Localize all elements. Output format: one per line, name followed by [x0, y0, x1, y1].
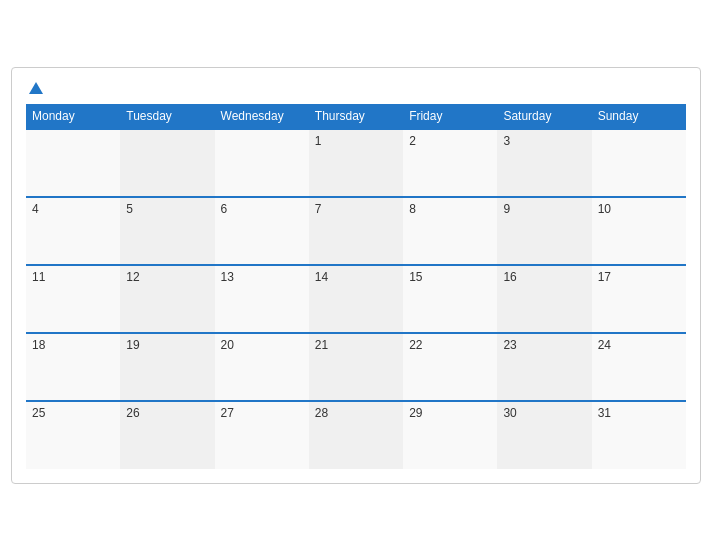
weekday-header-thursday: Thursday: [309, 104, 403, 129]
calendar-day-cell: 18: [26, 333, 120, 401]
calendar-week-row: 25262728293031: [26, 401, 686, 469]
calendar-day-cell: [215, 129, 309, 197]
calendar-day-cell: 5: [120, 197, 214, 265]
day-number: 4: [32, 202, 39, 216]
calendar-day-cell: 2: [403, 129, 497, 197]
calendar-day-cell: 24: [592, 333, 686, 401]
calendar-day-cell: 8: [403, 197, 497, 265]
weekday-header-saturday: Saturday: [497, 104, 591, 129]
day-number: 10: [598, 202, 611, 216]
calendar-week-row: 18192021222324: [26, 333, 686, 401]
calendar-day-cell: 28: [309, 401, 403, 469]
calendar-week-row: 11121314151617: [26, 265, 686, 333]
calendar-day-cell: 7: [309, 197, 403, 265]
day-number: 15: [409, 270, 422, 284]
calendar-day-cell: 12: [120, 265, 214, 333]
day-number: 30: [503, 406, 516, 420]
calendar-day-cell: 26: [120, 401, 214, 469]
calendar-day-cell: 21: [309, 333, 403, 401]
calendar-day-cell: 4: [26, 197, 120, 265]
day-number: 17: [598, 270, 611, 284]
calendar-day-cell: 6: [215, 197, 309, 265]
logo-triangle-icon: [29, 82, 43, 94]
day-number: 21: [315, 338, 328, 352]
day-number: 28: [315, 406, 328, 420]
weekday-header-tuesday: Tuesday: [120, 104, 214, 129]
calendar-day-cell: 27: [215, 401, 309, 469]
calendar-container: MondayTuesdayWednesdayThursdayFridaySatu…: [11, 67, 701, 484]
day-number: 3: [503, 134, 510, 148]
day-number: 26: [126, 406, 139, 420]
day-number: 1: [315, 134, 322, 148]
day-number: 8: [409, 202, 416, 216]
day-number: 16: [503, 270, 516, 284]
calendar-day-cell: 14: [309, 265, 403, 333]
calendar-day-cell: 20: [215, 333, 309, 401]
day-number: 5: [126, 202, 133, 216]
calendar-day-cell: 17: [592, 265, 686, 333]
calendar-day-cell: [592, 129, 686, 197]
calendar-day-cell: 13: [215, 265, 309, 333]
day-number: 24: [598, 338, 611, 352]
day-number: 25: [32, 406, 45, 420]
weekday-header-friday: Friday: [403, 104, 497, 129]
day-number: 7: [315, 202, 322, 216]
day-number: 27: [221, 406, 234, 420]
calendar-day-cell: 19: [120, 333, 214, 401]
day-number: 29: [409, 406, 422, 420]
weekday-header-monday: Monday: [26, 104, 120, 129]
calendar-day-cell: 31: [592, 401, 686, 469]
day-number: 6: [221, 202, 228, 216]
calendar-day-cell: 15: [403, 265, 497, 333]
calendar-day-cell: 30: [497, 401, 591, 469]
calendar-header: [26, 78, 686, 96]
day-number: 14: [315, 270, 328, 284]
logo: [26, 82, 43, 92]
day-number: 22: [409, 338, 422, 352]
calendar-day-cell: 10: [592, 197, 686, 265]
day-number: 9: [503, 202, 510, 216]
calendar-day-cell: [26, 129, 120, 197]
calendar-day-cell: 1: [309, 129, 403, 197]
calendar-week-row: 123: [26, 129, 686, 197]
day-number: 20: [221, 338, 234, 352]
calendar-day-cell: 25: [26, 401, 120, 469]
calendar-week-row: 45678910: [26, 197, 686, 265]
calendar-grid: MondayTuesdayWednesdayThursdayFridaySatu…: [26, 104, 686, 469]
day-number: 13: [221, 270, 234, 284]
calendar-day-cell: 23: [497, 333, 591, 401]
day-number: 19: [126, 338, 139, 352]
day-number: 2: [409, 134, 416, 148]
calendar-day-cell: 16: [497, 265, 591, 333]
day-number: 18: [32, 338, 45, 352]
calendar-day-cell: 11: [26, 265, 120, 333]
day-number: 31: [598, 406, 611, 420]
calendar-day-cell: 29: [403, 401, 497, 469]
calendar-day-cell: [120, 129, 214, 197]
day-number: 11: [32, 270, 45, 284]
weekday-header-sunday: Sunday: [592, 104, 686, 129]
calendar-day-cell: 22: [403, 333, 497, 401]
day-number: 23: [503, 338, 516, 352]
weekday-header-wednesday: Wednesday: [215, 104, 309, 129]
calendar-day-cell: 3: [497, 129, 591, 197]
day-number: 12: [126, 270, 139, 284]
weekday-header-row: MondayTuesdayWednesdayThursdayFridaySatu…: [26, 104, 686, 129]
calendar-day-cell: 9: [497, 197, 591, 265]
